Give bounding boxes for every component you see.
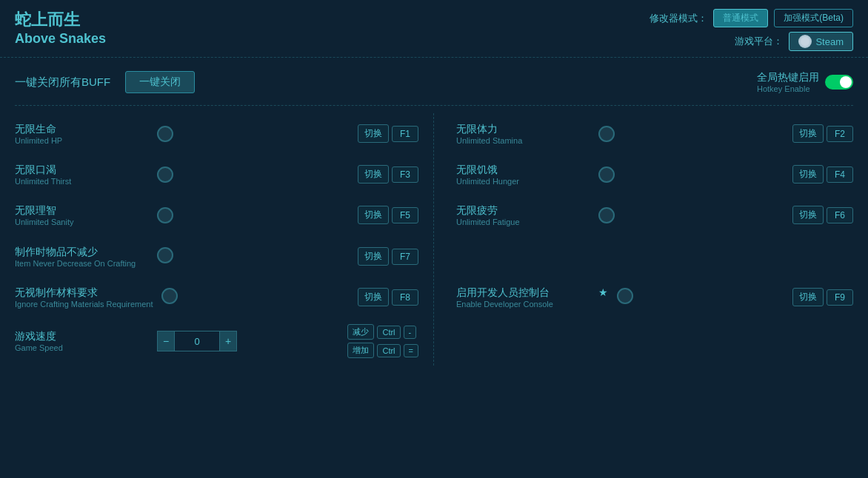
option-unlimited-sanity: 无限理智 Unlimited Sanity 切换 F5 [15, 195, 418, 235]
toggle-ignore-crafting[interactable] [161, 288, 178, 304]
title-block: 蛇上而生 Above Snakes [15, 9, 106, 47]
option-dev-console-label: 启用开发人员控制台 Enable Developer Console [456, 286, 590, 309]
game-speed-stepper: − 0 + [157, 331, 237, 351]
game-speed-increase-btn[interactable]: + [219, 331, 237, 351]
option-dev-console: 启用开发人员控制台 Enable Developer Console ★ 切换 … [456, 276, 853, 317]
mode-beta-button[interactable]: 加强模式(Beta) [774, 9, 853, 27]
shortcut-unlimited-sanity: 切换 F5 [358, 206, 418, 224]
option-unlimited-stamina-label: 无限体力 Unlimited Stamina [456, 123, 590, 145]
option-unlimited-fatigue-label: 无限疲劳 Unlimited Fatigue [456, 204, 590, 226]
toggle-unlimited-thirst[interactable] [157, 166, 173, 183]
shortcut-unlimited-fatigue: 切换 F6 [792, 206, 853, 224]
shortcut-unlimited-thirst: 切换 F3 [358, 165, 418, 184]
option-unlimited-thirst: 无限口渴 Unlimited Thirst 切换 F3 [15, 154, 418, 195]
shortcut-unlimited-hp: 切换 F1 [358, 124, 418, 143]
toggle-item-no-decrease[interactable] [157, 247, 173, 263]
toggle-unlimited-stamina[interactable] [598, 126, 615, 142]
hotkey-en: Hotkey Enable [757, 84, 819, 93]
divider [15, 105, 853, 106]
option-ignore-crafting-label: 无视制作材料要求 Ignore Crafting Materials Requi… [15, 286, 153, 309]
option-unlimited-hp: 无限生命 Unlimited HP 切换 F1 [15, 113, 418, 154]
spacer [456, 235, 853, 276]
hotkey-section: 全局热键启用 Hotkey Enable [757, 71, 853, 93]
option-unlimited-hp-label: 无限生命 Unlimited HP [15, 123, 148, 145]
close-all-label: 一键关闭所有BUFF [15, 75, 110, 90]
option-unlimited-hunger: 无限饥饿 Unlimited Hunger 切换 F4 [456, 154, 853, 195]
modifier-label: 修改器模式： [650, 12, 707, 25]
top-bar: 一键关闭所有BUFF 一键关闭 全局热键启用 Hotkey Enable [15, 65, 853, 93]
toggle-unlimited-hunger[interactable] [598, 166, 615, 183]
shortcut-item-no-decrease: 切换 F7 [358, 247, 418, 266]
left-column: 无限生命 Unlimited HP 切换 F1 无限口渴 Unlimited T… [15, 113, 434, 366]
toggle-unlimited-fatigue[interactable] [598, 207, 615, 223]
modifier-mode: 修改器模式： 普通模式 加强模式(Beta) [650, 9, 853, 27]
toggle-dev-console[interactable] [617, 288, 633, 304]
header: 蛇上而生 Above Snakes 修改器模式： 普通模式 加强模式(Beta)… [0, 0, 868, 58]
option-unlimited-sanity-label: 无限理智 Unlimited Sanity [15, 204, 148, 226]
option-unlimited-stamina: 无限体力 Unlimited Stamina 切换 F2 [456, 113, 853, 154]
shortcut-unlimited-hunger: 切换 F4 [792, 165, 853, 184]
steam-label: Steam [815, 36, 844, 47]
game-speed-decrease-btn[interactable]: − [157, 331, 175, 351]
toggle-unlimited-sanity[interactable] [157, 207, 173, 223]
game-speed-row: 游戏速度 Game Speed − 0 + 减少 Ctrl - 增加 [15, 317, 418, 366]
game-speed-label: 游戏速度 Game Speed [15, 330, 148, 352]
title-en: Above Snakes [15, 31, 106, 47]
hotkey-toggle[interactable] [825, 75, 853, 90]
options-grid: 无限生命 Unlimited HP 切换 F1 无限口渴 Unlimited T… [15, 113, 853, 366]
header-right: 修改器模式： 普通模式 加强模式(Beta) 游戏平台： Steam [650, 9, 853, 51]
shortcut-ignore-crafting: 切换 F8 [358, 288, 418, 306]
game-speed-value: 0 [175, 331, 219, 351]
hotkey-labels: 全局热键启用 Hotkey Enable [757, 71, 819, 93]
increase-shortcut-row: 增加 Ctrl = [347, 343, 418, 358]
option-unlimited-thirst-label: 无限口渴 Unlimited Thirst [15, 164, 148, 186]
toggle-unlimited-hp[interactable] [157, 126, 173, 142]
option-unlimited-fatigue: 无限疲劳 Unlimited Fatigue 切换 F6 [456, 195, 853, 235]
hotkey-zh: 全局热键启用 [757, 71, 819, 84]
right-column: 无限体力 Unlimited Stamina 切换 F2 无限饥饿 Unlimi… [434, 113, 853, 366]
option-item-no-decrease: 制作时物品不减少 Item Never Decrease On Crafting… [15, 235, 418, 276]
option-item-no-decrease-label: 制作时物品不减少 Item Never Decrease On Crafting [15, 246, 148, 268]
close-all-button[interactable]: 一键关闭 [125, 71, 195, 93]
decrease-shortcut-row: 减少 Ctrl - [347, 324, 418, 340]
option-ignore-crafting: 无视制作材料要求 Ignore Crafting Materials Requi… [15, 276, 418, 317]
shortcut-dev-console: 切换 F9 [792, 288, 853, 306]
option-unlimited-hunger-label: 无限饥饿 Unlimited Hunger [456, 164, 590, 186]
steam-button[interactable]: Steam [789, 32, 853, 51]
shortcut-unlimited-stamina: 切换 F2 [792, 124, 853, 143]
game-speed-shortcuts: 减少 Ctrl - 增加 Ctrl = [347, 324, 418, 358]
platform-row: 游戏平台： Steam [735, 32, 853, 51]
main-content: 一键关闭所有BUFF 一键关闭 全局热键启用 Hotkey Enable 无限生… [0, 58, 868, 373]
star-icon: ★ [598, 286, 608, 298]
steam-icon [798, 35, 812, 48]
title-zh: 蛇上而生 [15, 9, 106, 31]
platform-label: 游戏平台： [735, 35, 783, 48]
mode-normal-button[interactable]: 普通模式 [713, 9, 768, 27]
